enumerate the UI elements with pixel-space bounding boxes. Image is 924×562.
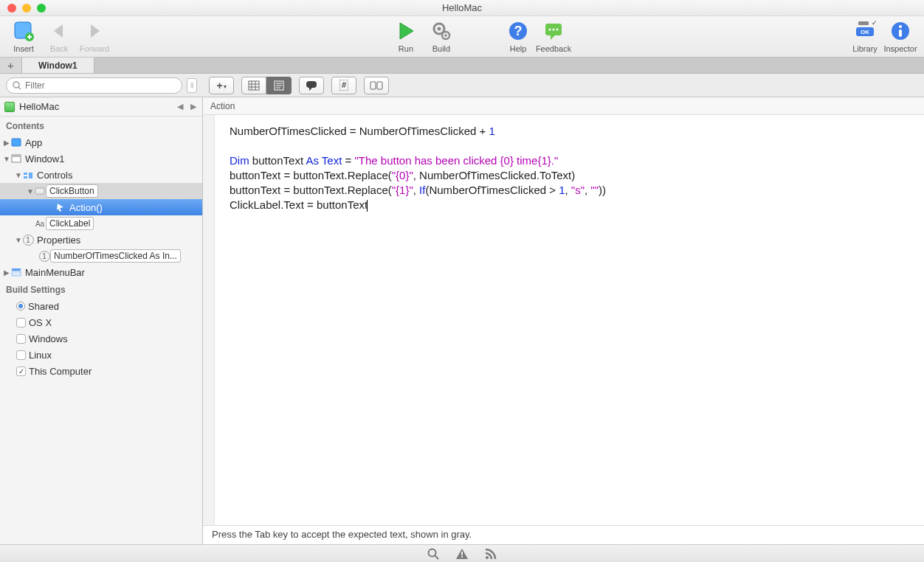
- editor-pane: Action NumberOfTimesClicked = NumberOfTi…: [203, 97, 924, 544]
- library-button[interactable]: ✓OK Library: [847, 19, 883, 53]
- forward-label: Forward: [80, 44, 109, 53]
- checkbox[interactable]: [16, 318, 26, 327]
- property-icon: 1: [38, 250, 50, 262]
- svg-rect-36: [12, 155, 21, 157]
- tab-window1[interactable]: Window1: [22, 58, 94, 73]
- insert-label: Insert: [13, 44, 34, 53]
- tree-properties[interactable]: ▼ 1 Properties: [0, 232, 202, 248]
- view-layout-button[interactable]: [241, 77, 266, 94]
- tree-thiscomputer[interactable]: This Computer: [0, 363, 202, 379]
- disclosure-icon[interactable]: ▶: [3, 139, 10, 147]
- hash-button[interactable]: #: [331, 77, 356, 94]
- button-icon: [34, 185, 46, 197]
- disclosure-icon[interactable]: ▼: [27, 187, 34, 195]
- filter-field[interactable]: [6, 77, 182, 94]
- search-icon[interactable]: [427, 548, 439, 560]
- tree-label: Linux: [26, 350, 52, 361]
- snippets-button[interactable]: [364, 77, 389, 94]
- view-code-button[interactable]: [266, 77, 292, 94]
- code-text: , NumberOfTimesClicked.ToText): [413, 169, 576, 181]
- filter-input[interactable]: [25, 80, 176, 91]
- svg-rect-34: [12, 139, 21, 146]
- controls-icon: [22, 169, 34, 181]
- tree-label: Window1: [22, 153, 64, 164]
- tab-bar-rest: [94, 58, 924, 73]
- project-row[interactable]: HelloMac ◀ ▶: [0, 97, 202, 117]
- run-button[interactable]: Run: [388, 19, 424, 53]
- inspector-button[interactable]: Inspector: [883, 19, 918, 53]
- svg-rect-31: [306, 81, 317, 88]
- checkbox[interactable]: [16, 367, 26, 376]
- rss-icon[interactable]: [485, 548, 497, 560]
- forward-button[interactable]: Forward: [77, 19, 112, 53]
- tree-label: Windows: [26, 333, 68, 344]
- tree-linux[interactable]: Linux: [0, 347, 202, 363]
- inspector-icon: [889, 19, 912, 43]
- svg-rect-39: [29, 173, 32, 178]
- svg-point-18: [899, 25, 902, 28]
- tree-clicklabel[interactable]: Aa ClickLabel: [0, 215, 202, 232]
- svg-point-43: [429, 549, 436, 556]
- sub-toolbar: ⦀ +▾ #: [0, 74, 924, 97]
- tree-action[interactable]: Action(): [0, 199, 202, 215]
- code-text: (NumberOfTimesClicked >: [425, 184, 559, 196]
- tree-controls[interactable]: ▼ Controls: [0, 167, 202, 183]
- tree-label: MainMenuBar: [22, 267, 85, 278]
- tree-prop-item[interactable]: 1 NumberOfTimesClicked As In...: [0, 248, 202, 264]
- checkbox[interactable]: [16, 334, 26, 344]
- back-button[interactable]: Back: [41, 19, 77, 53]
- build-button[interactable]: Build: [424, 19, 459, 53]
- tree-label: OS X: [26, 317, 52, 328]
- disclosure-icon[interactable]: ▼: [15, 236, 22, 244]
- tree-window1[interactable]: ▼ Window1: [0, 150, 202, 167]
- tree-mainmenubar[interactable]: ▶ MainMenuBar: [0, 264, 202, 280]
- disclosure-icon[interactable]: ▼: [15, 171, 22, 179]
- breadcrumb[interactable]: Action: [203, 97, 924, 115]
- code-text: buttonText = buttonText.Replace(: [230, 169, 392, 181]
- tab-bar: + Window1: [0, 58, 924, 74]
- help-button[interactable]: ? Help: [500, 19, 536, 53]
- library-label: Library: [852, 44, 878, 53]
- code-string: "{0}": [392, 169, 413, 181]
- add-menu-button[interactable]: +▾: [209, 77, 234, 94]
- grid-icon: [248, 80, 260, 91]
- tree-osx[interactable]: OS X: [0, 314, 202, 330]
- code-editor[interactable]: NumberOfTimesClicked = NumberOfTimesClic…: [203, 115, 924, 525]
- tree-label: Properties: [34, 235, 80, 246]
- warning-icon[interactable]: [455, 548, 469, 560]
- disclosure-icon[interactable]: ▼: [3, 155, 10, 163]
- columns-button[interactable]: ⦀: [187, 78, 197, 93]
- properties-icon: 1: [22, 234, 34, 246]
- disclosure-icon[interactable]: ▶: [3, 268, 10, 277]
- tree-shared[interactable]: Shared: [0, 298, 202, 314]
- main-toolbar: Insert Back Forward Run Build ? Help Fee…: [0, 16, 924, 58]
- code-string: "": [590, 184, 599, 196]
- svg-rect-19: [899, 30, 902, 37]
- nav-fwd-icon[interactable]: ▶: [189, 102, 198, 111]
- code-text: NumberOfTimesClicked = NumberOfTimesClic…: [230, 125, 489, 137]
- tree-label: ClickButton: [46, 184, 98, 198]
- insert-button[interactable]: Insert: [6, 19, 41, 53]
- app-icon: [10, 136, 22, 148]
- tree-clickbutton[interactable]: ▼ ClickButton: [0, 183, 202, 199]
- svg-rect-32: [370, 82, 376, 89]
- code-keyword: As: [306, 154, 319, 167]
- feedback-button[interactable]: Feedback: [536, 19, 571, 53]
- inspector-label: Inspector: [883, 44, 917, 53]
- editor-hint: Press the Tab key to accept the expected…: [203, 525, 924, 544]
- svg-line-21: [18, 87, 21, 89]
- svg-text:✓: ✓: [872, 20, 876, 27]
- tree-label: This Computer: [26, 366, 92, 377]
- library-icon: ✓OK: [853, 19, 877, 43]
- project-icon: [4, 102, 15, 112]
- tree-label: Action(): [66, 202, 103, 213]
- new-tab-button[interactable]: +: [0, 58, 22, 73]
- comment-button[interactable]: [299, 77, 324, 94]
- svg-rect-41: [12, 268, 21, 271]
- tree-app[interactable]: ▶ App: [0, 134, 202, 150]
- nav-back-icon[interactable]: ◀: [176, 102, 185, 111]
- tree-windows[interactable]: Windows: [0, 330, 202, 347]
- checkbox[interactable]: [16, 350, 26, 360]
- text-caret: [367, 200, 368, 212]
- code-text: ,: [413, 184, 419, 196]
